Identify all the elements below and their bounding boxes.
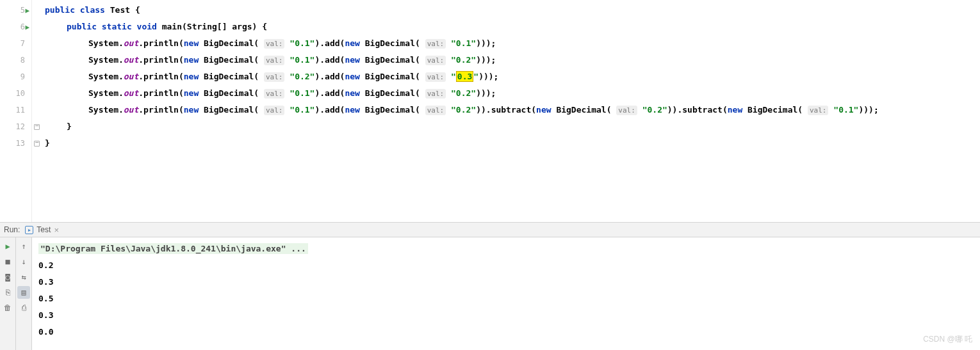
run-gutter-icon[interactable]: ▶ [25,6,29,15]
code-editor: 5▶ 6▶ 7 8 9 10 11 12 13 public class Tes… [0,0,980,223]
down-button[interactable]: ↓ [17,255,30,268]
dump-button[interactable]: ◙ [1,271,14,283]
scroll-to-end-button[interactable]: ▤ [17,286,30,299]
run-toolbar-left: ▶ ■ ◙ ⎘ 🗑 [0,237,16,350]
code-line[interactable]: } [45,118,980,135]
gutter-line[interactable]: 7 [0,35,31,52]
param-hint: val: [425,89,446,99]
param-hint: val: [264,72,285,82]
console-line[interactable]: 0.2 [38,257,974,274]
code-line[interactable]: System.out.println(new BigDecimal( val: … [45,68,980,85]
run-toolwindow-header: Run: Test × [0,223,980,237]
param-hint: val: [264,106,285,115]
run-config-tab[interactable]: Test × [20,224,64,236]
trash-button[interactable]: 🗑 [1,301,14,314]
line-number: 7 [20,39,25,48]
gutter-line[interactable]: 11 [0,102,31,118]
console-line[interactable]: 0.3 [38,274,974,290]
close-tab-icon[interactable]: × [54,225,59,235]
rerun-button[interactable]: ▶ [1,240,14,253]
fold-handle-icon[interactable] [34,141,40,147]
code-line[interactable]: System.out.println(new BigDecimal( val: … [45,35,980,52]
stop-button[interactable]: ■ [1,255,14,268]
code-line[interactable]: public static void main(String[] args) { [45,19,980,35]
line-number: 9 [20,72,25,81]
print-button[interactable]: ⎙ [17,301,30,314]
code-line[interactable]: public class Test { [45,2,980,19]
code-line[interactable]: System.out.println(new BigDecimal( val: … [45,85,980,102]
gutter: 5▶ 6▶ 7 8 9 10 11 12 13 [0,0,32,222]
fold-handle-icon[interactable] [34,124,40,130]
exit-button[interactable]: ⎘ [1,286,14,299]
code-line[interactable]: System.out.println(new BigDecimal( val: … [45,52,980,68]
gutter-line[interactable]: 9 [0,68,31,85]
param-hint: val: [425,106,446,115]
line-number: 12 [16,122,25,131]
param-hint: val: [264,39,285,49]
param-hint: val: [425,56,446,65]
code-line[interactable]: System.out.println(new BigDecimal( val: … [45,102,980,118]
line-number: 5 [20,6,25,15]
selection-highlight[interactable]: 0.3 [456,71,473,82]
fold-column [32,0,41,222]
watermark: CSDN @哪 吒 [923,334,972,345]
param-hint: val: [616,106,637,115]
line-number: 6 [20,22,25,31]
line-number: 8 [20,56,25,65]
console-line[interactable]: 0.3 [38,307,974,324]
gutter-line[interactable]: 13 [0,135,31,152]
run-toolbar-right: ↑ ↓ ⇆ ▤ ⎙ [16,237,32,350]
param-hint: val: [264,56,285,65]
gutter-line[interactable]: 12 [0,118,31,135]
code-line[interactable]: } [45,135,980,152]
softwrap-button[interactable]: ⇆ [17,271,30,283]
console-panel: ▶ ■ ◙ ⎘ 🗑 ↑ ↓ ⇆ ▤ ⎙ "D:\Program Files\Ja… [0,237,980,350]
line-number: 10 [16,89,25,98]
console-output[interactable]: "D:\Program Files\Java\jdk1.8.0_241\bin\… [32,237,980,350]
line-number: 13 [16,139,25,148]
console-line[interactable]: "D:\Program Files\Java\jdk1.8.0_241\bin\… [38,241,974,257]
param-hint: val: [264,89,285,99]
param-hint: val: [425,72,446,82]
console-line[interactable]: 0.0 [38,324,974,340]
gutter-line[interactable]: 5▶ [0,2,31,19]
up-button[interactable]: ↑ [17,240,30,253]
run-gutter-icon[interactable]: ▶ [25,23,29,31]
run-label: Run: [4,225,20,234]
gutter-line[interactable]: 6▶ [0,19,31,35]
console-line[interactable]: 0.5 [38,290,974,307]
run-config-icon [25,226,33,234]
code-area[interactable]: public class Test { public static void m… [41,0,980,222]
gutter-line[interactable]: 10 [0,85,31,102]
param-hint: val: [425,39,446,49]
run-tab-name: Test [37,225,51,234]
exec-command: "D:\Program Files\Java\jdk1.8.0_241\bin\… [38,243,308,254]
param-hint: val: [808,106,829,115]
gutter-line[interactable]: 8 [0,52,31,68]
line-number: 11 [16,106,25,115]
